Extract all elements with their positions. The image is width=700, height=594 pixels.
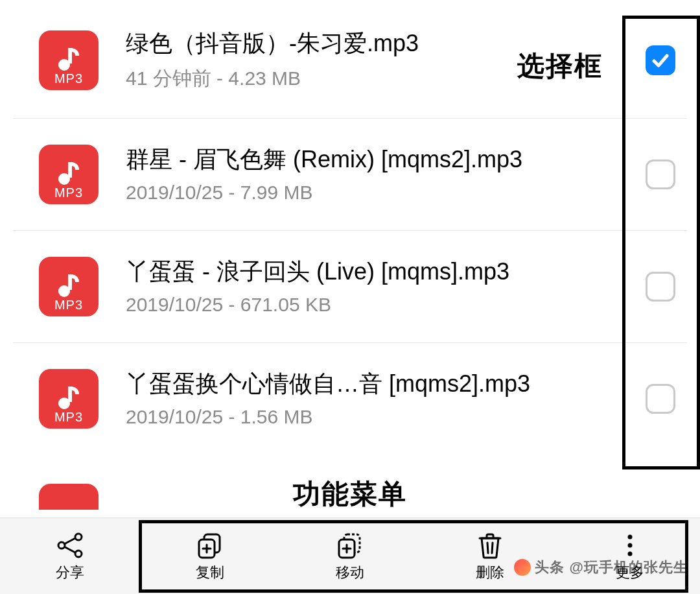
copy-button[interactable]: 复制 (140, 530, 280, 582)
mp3-icon: MP3 (39, 145, 99, 204)
svg-point-25 (628, 543, 633, 547)
share-button[interactable]: 分享 (0, 530, 140, 582)
file-title: 群星 - 眉飞色舞 (Remix) [mqms2].mp3 (126, 145, 639, 175)
checkbox[interactable] (646, 384, 675, 414)
svg-rect-7 (68, 386, 72, 402)
svg-line-12 (64, 547, 75, 552)
file-text: 丫蛋蛋换个心情做自…音 [mqms2].mp3 2019/10/25 - 1.5… (126, 369, 646, 428)
file-row[interactable]: MP3 群星 - 眉飞色舞 (Remix) [mqms2].mp3 2019/1… (13, 119, 687, 231)
trash-icon (475, 530, 505, 560)
svg-rect-5 (68, 274, 72, 290)
svg-line-22 (487, 543, 488, 553)
file-row[interactable]: MP3 丫蛋蛋 - 浪子回头 (Live) [mqms].mp3 2019/10… (13, 231, 687, 343)
mp3-icon (39, 484, 99, 510)
more-icon (615, 530, 645, 560)
annotation-label-select: 选择框 (517, 48, 603, 84)
move-label: 移动 (336, 563, 364, 582)
share-icon (55, 530, 85, 560)
file-row[interactable]: MP3 丫蛋蛋换个心情做自…音 [mqms2].mp3 2019/10/25 -… (13, 343, 687, 455)
more-button[interactable]: 更多 (560, 530, 700, 582)
file-meta: 2019/10/25 - 671.05 KB (126, 294, 639, 316)
move-button[interactable]: 移动 (280, 530, 420, 582)
share-label: 分享 (56, 563, 84, 582)
svg-point-24 (628, 534, 633, 539)
mp3-icon: MP3 (39, 257, 99, 316)
svg-line-23 (492, 543, 493, 553)
checkbox[interactable] (646, 272, 675, 302)
svg-point-8 (58, 542, 65, 549)
file-text: 群星 - 眉飞色舞 (Remix) [mqms2].mp3 2019/10/25… (126, 145, 646, 204)
checkbox[interactable] (646, 160, 675, 189)
file-title: 丫蛋蛋换个心情做自…音 [mqms2].mp3 (126, 369, 639, 399)
file-text: 丫蛋蛋 - 浪子回头 (Live) [mqms].mp3 2019/10/25 … (126, 257, 646, 316)
action-toolbar: 分享 复制 移动 删除 更多 (0, 517, 700, 594)
move-icon (335, 530, 365, 560)
svg-point-10 (75, 551, 82, 557)
file-title: 丫蛋蛋 - 浪子回头 (Live) [mqms].mp3 (126, 257, 639, 287)
file-meta: 2019/10/25 - 1.56 MB (126, 406, 639, 428)
mp3-icon: MP3 (39, 30, 99, 90)
svg-point-26 (628, 551, 633, 556)
delete-label: 删除 (476, 563, 504, 582)
checkbox[interactable] (646, 45, 675, 75)
file-meta: 2019/10/25 - 7.99 MB (126, 182, 639, 204)
copy-label: 复制 (196, 563, 224, 582)
delete-button[interactable]: 删除 (420, 530, 560, 582)
mp3-icon: MP3 (39, 369, 99, 429)
copy-icon (195, 530, 225, 560)
svg-rect-3 (68, 162, 72, 178)
svg-point-9 (75, 534, 82, 540)
more-label: 更多 (616, 563, 644, 582)
svg-line-11 (64, 538, 75, 544)
annotation-label-toolbar: 功能菜单 (293, 476, 407, 512)
svg-rect-1 (68, 48, 72, 64)
